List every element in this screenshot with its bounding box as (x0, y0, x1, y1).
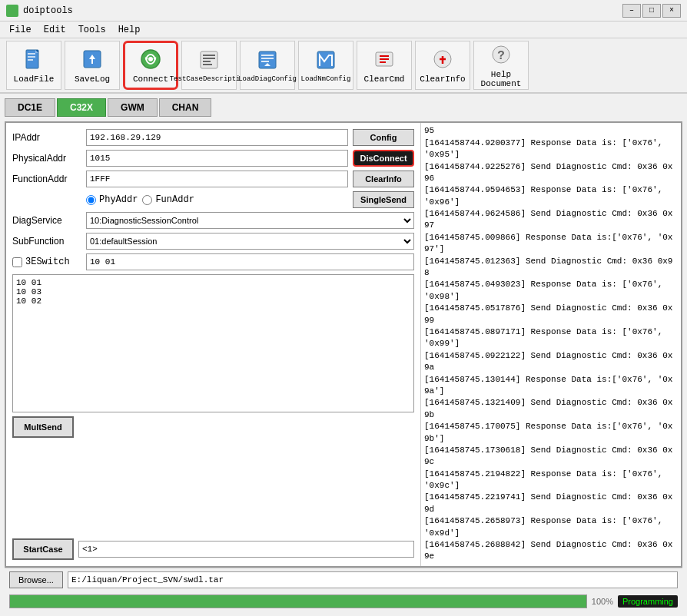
app-icon (6, 5, 18, 17)
function-label: FunctionAddr (12, 174, 81, 184)
browse-path-input[interactable] (68, 571, 678, 588)
singlesend-button[interactable]: SingleSend (353, 191, 414, 208)
switch-label[interactable]: 3ESwitch (12, 257, 81, 267)
svg-text:?: ? (497, 49, 505, 63)
clear-info-label: ClearInfo (420, 75, 465, 84)
load-file-label: LoadFile (14, 75, 55, 84)
log-line: [1641458745.130144] Response Data is:['0… (424, 374, 678, 398)
sub-function-select[interactable]: 01:defaultSession (86, 233, 414, 250)
svg-rect-15 (203, 61, 211, 62)
log-line: [1641458745.2219741] Send Diagnostic Cmd… (424, 492, 678, 515)
log-line: [1641458745.0922122] Send Diagnostic Cmd… (424, 350, 678, 374)
minimize-button[interactable]: – (622, 4, 641, 18)
log-line: [1641458744.8721225] Send Diagnostic Cmd… (424, 123, 678, 137)
disconnect-button[interactable]: DisConnect (353, 150, 414, 167)
diag-service-label: DiagService (12, 215, 81, 226)
code-textarea[interactable]: 10 01 10 03 10 02 (12, 274, 414, 412)
progress-label: 100% (592, 597, 613, 606)
mult-send-button[interactable]: MultSend (12, 416, 74, 438)
log-panel[interactable]: ['0x76', '0x93'][1641458744.812245] Send… (421, 123, 681, 566)
menu-edit[interactable]: Edit (38, 23, 72, 37)
info-icon (430, 47, 455, 71)
phy-radio[interactable] (86, 195, 96, 205)
diag-service-select[interactable]: 10:DiagnosticSessionControl (86, 212, 414, 229)
switch-input[interactable] (86, 253, 414, 270)
function-addr-row: FunctionAddr ClearInfo (12, 171, 414, 187)
svg-rect-12 (201, 51, 217, 68)
switch-row: 3ESwitch (12, 253, 414, 270)
load-file-button[interactable]: LoadFile (6, 41, 61, 90)
ip-input[interactable] (86, 129, 348, 146)
svg-rect-13 (203, 55, 215, 56)
tab-bar: DC1E C32X GWM CHAN (5, 98, 682, 117)
case-input[interactable] (78, 541, 414, 558)
save-log-label: SaveLog (75, 75, 110, 84)
svg-rect-16 (203, 64, 212, 65)
log-line: [1641458745.0493023] Response Data is: [… (424, 279, 678, 303)
svg-rect-14 (203, 58, 215, 59)
svg-point-9 (148, 57, 153, 61)
log-line: [1641458745.1321409] Send Diagnostic Cmd… (424, 397, 678, 421)
test-case-button[interactable]: TestCaseDescription (181, 41, 237, 90)
tab-c32x[interactable]: C32X (57, 98, 106, 117)
help-icon: ? (489, 42, 513, 67)
maximize-button[interactable]: □ (642, 4, 661, 18)
log-line: [1641458745.012363] Send Diagnostic Cmd:… (424, 256, 678, 280)
help-doc-label: Help Document (474, 70, 528, 88)
browse-row: Browse... (5, 568, 682, 591)
progress-bar (9, 594, 587, 608)
load-diag-button[interactable]: LoadDiagConfig (240, 41, 295, 90)
start-case-button[interactable]: StartCase (12, 538, 74, 560)
svg-rect-1 (28, 53, 35, 55)
menu-bar: File Edit Tools Help (0, 22, 687, 38)
clear-info-button[interactable]: ClearInfo (415, 41, 470, 90)
window-controls: – □ × (622, 4, 681, 18)
svg-rect-2 (28, 56, 35, 58)
diag-icon (255, 48, 280, 72)
phy-radio-label[interactable]: PhyAddr (86, 194, 138, 205)
clearinfo-button[interactable]: ClearInfo (353, 171, 414, 187)
function-input[interactable] (86, 171, 348, 187)
title-bar: doiptools – □ × (0, 0, 687, 22)
load-nm-button[interactable]: LoadNmConfig (298, 41, 353, 90)
config-button[interactable]: Config (353, 129, 414, 146)
switch-checkbox[interactable] (12, 257, 22, 267)
svg-rect-19 (261, 58, 274, 59)
log-line: [1641458745.0897171] Response Data is: [… (424, 326, 678, 350)
main-content: DC1E C32X GWM CHAN IPAddr Config Physica… (0, 94, 687, 616)
log-line: [1641458745.2688842] Send Diagnostic Cmd… (424, 539, 678, 563)
tab-gwm[interactable]: GWM (108, 98, 158, 117)
svg-rect-18 (261, 55, 274, 56)
log-line: [1641458744.9594653] Response Data is: [… (424, 184, 678, 208)
menu-file[interactable]: File (3, 23, 38, 37)
log-line: [1641458744.9225276] Send Diagnostic Cmd… (424, 161, 678, 185)
menu-tools[interactable]: Tools (72, 23, 112, 37)
log-line: [1641458745.2194822] Response Data is: [… (424, 469, 678, 492)
app-title: doiptools (23, 5, 622, 16)
physical-input[interactable] (86, 150, 348, 167)
log-line: [1641458745.0517876] Send Diagnostic Cmd… (424, 303, 678, 326)
menu-help[interactable]: Help (112, 23, 147, 37)
log-line: [1641458745.009866] Response Data is:['0… (424, 232, 678, 256)
test-case-label: TestCaseDescription (170, 75, 249, 83)
physical-label: PhysicalAddr (12, 153, 81, 164)
progress-fill (10, 595, 586, 608)
file-icon (22, 47, 46, 71)
tab-dc1e[interactable]: DC1E (5, 98, 55, 117)
toolbar: LoadFile SaveLog Connect (0, 38, 687, 94)
log-line: [1641458745.1730618] Send Diagnostic Cmd… (424, 445, 678, 469)
close-button[interactable]: × (662, 4, 681, 18)
fun-radio[interactable] (142, 195, 152, 205)
clear-cmd-button[interactable]: ClearCmd (357, 41, 412, 90)
save-log-button[interactable]: SaveLog (65, 41, 120, 90)
clear-cmd-label: ClearCmd (364, 75, 405, 84)
fun-radio-label[interactable]: FunAddr (142, 194, 194, 205)
status-badge: Programming (618, 595, 678, 608)
tab-chan[interactable]: CHAN (159, 98, 212, 117)
left-panel-inner: IPAddr Config PhysicalAddr DisConnect Fu… (12, 129, 414, 560)
browse-button[interactable]: Browse... (9, 571, 63, 588)
help-doc-button[interactable]: ? Help Document (473, 41, 529, 90)
phy-radio-text: PhyAddr (99, 194, 138, 205)
diag-service-row: DiagService 10:DiagnosticSessionControl (12, 212, 414, 229)
progress-row: 100% Programming (5, 591, 682, 611)
